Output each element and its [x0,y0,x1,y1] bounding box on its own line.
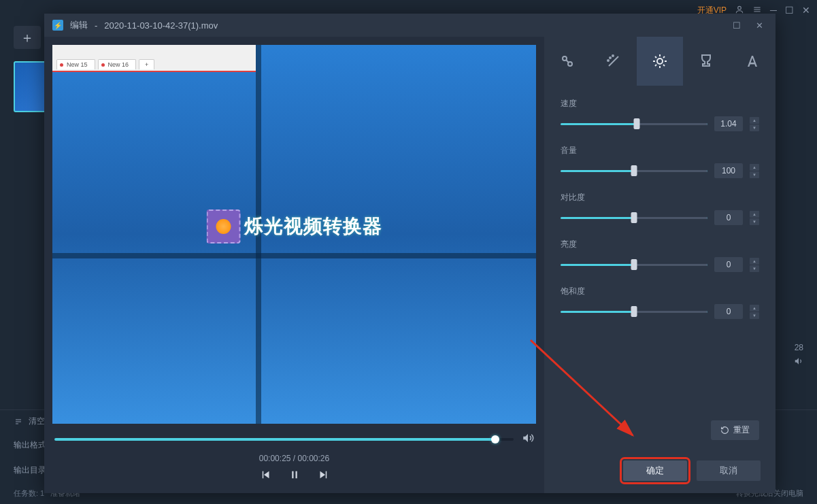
ok-button[interactable]: 确定 [623,460,687,481]
slider-label: 音量 [561,145,759,156]
clear-label[interactable]: 清空 [29,416,45,427]
time-display: 00:00:25 / 00:00:26 [44,451,544,469]
svg-rect-7 [262,471,263,479]
adjust-panel: 速度 1.04 ▲▼ 音量 100 ▲▼ 对比度 0 ▲▼ [544,37,776,493]
editor-title: 编辑 [70,19,88,31]
slider-0[interactable] [561,123,707,125]
svg-point-0 [738,6,741,10]
maximize-icon[interactable]: ☐ [785,5,794,16]
add-file-button[interactable]: ＋ [14,26,41,49]
preview-tab: New 16 [98,59,137,69]
slider-value[interactable]: 100 [714,163,743,178]
clear-list-icon[interactable] [14,418,23,426]
tab-crop[interactable] [544,37,590,86]
slider-label: 速度 [561,98,759,110]
preview-content-toolbar: New 15 New 16 + [52,45,256,71]
volume-icon [794,356,803,366]
cancel-button[interactable]: 取消 [697,460,761,481]
svg-point-15 [612,55,614,56]
slider-value[interactable]: 0 [714,257,743,272]
spinner[interactable]: ▲▼ [750,210,759,225]
editor-titlebar: 编辑 - 2020-11-03-10-42-37(1).mov ☐ ✕ [44,14,776,37]
svg-line-13 [566,60,569,63]
editor-dialog: 编辑 - 2020-11-03-10-42-37(1).mov ☐ ✕ New … [44,14,776,493]
prev-frame-button[interactable] [260,469,272,484]
slider-value[interactable]: 0 [714,210,743,225]
slider-label: 亮度 [561,239,759,250]
close-icon[interactable]: ✕ [802,5,810,16]
app-icon [52,20,63,31]
pause-button[interactable] [288,469,301,484]
svg-point-16 [607,60,609,61]
spinner[interactable]: ▲▼ [750,163,759,178]
tab-text[interactable] [729,37,776,86]
spinner[interactable]: ▲▼ [750,116,759,131]
preview-pane: New 15 New 16 + 烁光视频转换器 [44,37,544,493]
slider-value[interactable]: 0 [714,304,743,319]
volume-icon[interactable] [522,432,534,447]
task-count: 任务数: 1 [14,489,44,497]
svg-line-23 [663,65,665,66]
svg-rect-10 [325,471,327,479]
svg-point-17 [657,58,663,64]
slider-label: 饱和度 [561,286,759,297]
next-frame-button[interactable] [317,469,329,484]
duration-badge: 28 [794,343,803,352]
slider-2[interactable] [561,217,707,219]
svg-point-14 [610,57,611,58]
watermark-text: 烁光视频转换器 [244,214,382,239]
slider-label: 对比度 [561,192,759,203]
editor-filename: 2020-11-03-10-42-37(1).mov [104,20,218,31]
video-preview[interactable]: New 15 New 16 + 烁光视频转换器 [52,45,536,424]
preview-tab-plus: + [139,59,154,69]
timeline-slider[interactable] [54,438,514,441]
slider-4[interactable] [561,311,707,313]
slider-1[interactable] [561,170,707,172]
svg-line-25 [663,56,665,58]
editor-maximize-icon[interactable]: ☐ [729,20,745,31]
svg-line-24 [655,65,656,66]
slider-value[interactable]: 1.04 [714,116,743,131]
spinner[interactable]: ▲▼ [750,257,759,272]
reset-button[interactable]: 重置 [711,420,759,440]
svg-line-22 [655,56,656,58]
tab-watermark[interactable] [683,37,729,86]
tab-effects[interactable] [590,37,637,86]
spinner[interactable]: ▲▼ [750,304,759,319]
editor-close-icon[interactable]: ✕ [752,20,767,31]
tab-adjust[interactable] [637,37,683,86]
watermark-overlay: 烁光视频转换器 [206,209,382,243]
preview-tab: New 15 [56,59,95,69]
svg-rect-8 [292,471,293,479]
svg-rect-9 [295,471,297,479]
slider-3[interactable] [561,264,707,266]
